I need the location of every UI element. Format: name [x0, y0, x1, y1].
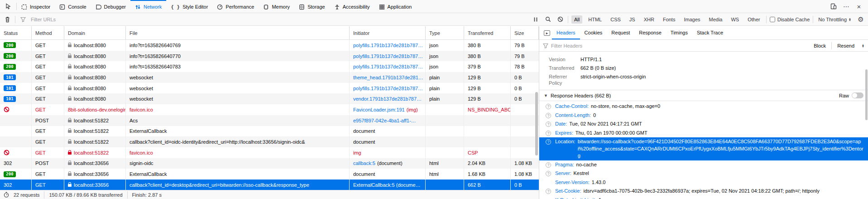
header-row[interactable]: ? Content-Length: 0: [539, 111, 868, 120]
help-icon[interactable]: ?: [546, 139, 551, 145]
network-settings-gear-icon[interactable]: ⚙: [856, 15, 865, 24]
table-row[interactable]: GET localhost:51822 callback?client_id=o…: [0, 136, 539, 147]
tab-style-editor[interactable]: { } Style Editor: [166, 0, 212, 13]
tab-debugger[interactable]: Debugger: [91, 0, 130, 13]
header-row[interactable]: Server-Version: 1.43.0: [539, 178, 868, 187]
header-row[interactable]: ? Expires: Thu, 01 Jan 1970 00:00:00 GMT: [539, 129, 868, 138]
table-row[interactable]: 302 POST localhost:33656 signin-oidc cal…: [0, 158, 539, 169]
filter-type-html[interactable]: HTML: [585, 15, 604, 24]
tab-performance[interactable]: Performance: [212, 0, 259, 13]
table-row[interactable]: 200 GET localhost:8080 info?t=1635826640…: [0, 61, 539, 72]
raw-toggle[interactable]: [852, 92, 863, 98]
help-icon[interactable]: ?: [546, 104, 551, 109]
disable-cache-input[interactable]: [770, 17, 775, 22]
method-cell: GET: [32, 104, 64, 115]
help-icon[interactable]: ?: [546, 113, 551, 118]
throttling-dropdown[interactable]: No Throttling ▲▼: [816, 17, 853, 22]
tab-memory[interactable]: Memory: [259, 0, 294, 13]
filter-headers-input[interactable]: [551, 43, 808, 49]
pause-icon[interactable]: [531, 15, 540, 24]
column-header-method[interactable]: Method: [32, 26, 64, 39]
column-header-type[interactable]: Type: [426, 26, 464, 39]
table-row-selected[interactable]: 302 GET localhost:33656 callback?client_…: [0, 180, 539, 190]
details-tab-stack-trace[interactable]: Stack Trace: [692, 26, 728, 39]
table-row[interactable]: 200 GET localhost:8080 info?t=1635826640…: [0, 40, 539, 51]
filter-type-images[interactable]: Images: [681, 15, 703, 24]
block-icon[interactable]: [556, 15, 565, 24]
header-row[interactable]: ? Cache-Control: no-store, no-cache, max…: [539, 102, 868, 111]
table-scrollbar[interactable]: [535, 92, 538, 155]
details-tab-response[interactable]: Response: [634, 26, 666, 39]
initiator-link[interactable]: vendor.1791b137de281b787…: [353, 96, 422, 102]
filter-type-ws[interactable]: WS: [728, 15, 742, 24]
details-scrollbar[interactable]: [865, 69, 868, 120]
column-header-file[interactable]: File: [126, 26, 350, 39]
table-row[interactable]: 101 GET localhost:8080 websocket vendor.…: [0, 93, 539, 104]
block-button[interactable]: Block: [811, 43, 829, 49]
search-icon[interactable]: [543, 15, 552, 24]
tab-console[interactable]: Console: [55, 0, 91, 13]
filter-type-media[interactable]: Media: [706, 15, 725, 24]
initiator-link[interactable]: polyfills.1791b137de281b787…: [353, 64, 423, 69]
resend-button[interactable]: Resend: [834, 43, 857, 49]
tab-application[interactable]: Application: [374, 0, 417, 13]
initiator-link[interactable]: polyfills.1791b137de281b787…: [353, 53, 423, 59]
initiator-link[interactable]: callback:5: [353, 160, 375, 166]
details-tab-timings[interactable]: Timings: [666, 26, 692, 39]
initiator-link[interactable]: polyfills.1791b137de281b787…: [353, 43, 423, 48]
tab-accessibility[interactable]: Accessibility: [330, 0, 374, 13]
request-count[interactable]: 22 requests: [14, 192, 39, 198]
close-icon[interactable]: ×: [854, 1, 864, 12]
split-panel-toggle-icon[interactable]: ▸: [542, 26, 552, 39]
filter-urls-input[interactable]: [31, 17, 528, 22]
table-row[interactable]: 101 GET localhost:8080 websocket polyfil…: [0, 83, 539, 94]
column-header-size[interactable]: Size: [511, 26, 539, 39]
method-cell: POST: [32, 115, 64, 126]
header-row[interactable]: ? Set-Cookie: idsrv=adf6cba1-7075-402b-9…: [539, 187, 868, 196]
filter-type-fonts[interactable]: Fonts: [660, 15, 678, 24]
details-tab-headers[interactable]: Headers: [552, 26, 580, 39]
filter-type-all[interactable]: All: [571, 15, 582, 24]
tab-network[interactable]: Network: [130, 0, 166, 13]
meatball-menu-icon[interactable]: ⋯: [841, 1, 852, 12]
initiator-link[interactable]: e957f897-042e-4ba1-aff1-…: [353, 118, 416, 123]
blocked-icon: [4, 107, 10, 112]
header-row[interactable]: ? Date: Tue, 02 Nov 2021 04:17:21 GMT: [539, 120, 868, 129]
filter-type-js[interactable]: JS: [627, 15, 638, 24]
filter-type-other[interactable]: Other: [745, 15, 763, 24]
help-icon[interactable]: ?: [546, 189, 551, 194]
header-row-selected[interactable]: ? Location: bitwarden://sso-callback?cod…: [539, 137, 868, 160]
column-header-domain[interactable]: Domain: [64, 26, 126, 39]
help-icon[interactable]: ?: [546, 121, 551, 127]
initiator-link[interactable]: FaviconLoader.jsm:191: [353, 107, 405, 112]
filter-type-css[interactable]: CSS: [608, 15, 623, 24]
header-row[interactable]: ? Server: Kestrel: [539, 169, 868, 178]
table-row[interactable]: GET localhost:51822 favicon.ico img CSP: [0, 147, 539, 158]
header-row[interactable]: X-Rate-Limit-Limit: 1m: [539, 196, 868, 199]
table-row[interactable]: 101 GET localhost:8080 websocket theme_h…: [0, 72, 539, 83]
initiator-link[interactable]: polyfills.1791b137de281b787…: [353, 86, 423, 91]
table-row[interactable]: 200 GET localhost:33656 ExternalCallback…: [0, 169, 539, 180]
table-row[interactable]: 200 GET localhost:8080 info?t=1635826640…: [0, 51, 539, 62]
table-row[interactable]: POST localhost:51822 Acs e957f897-042e-4…: [0, 115, 539, 126]
disable-cache-checkbox[interactable]: Disable Cache: [770, 17, 810, 22]
filter-type-xhr[interactable]: XHR: [641, 15, 657, 24]
column-header-status[interactable]: Status: [0, 26, 32, 39]
initiator-link[interactable]: theme_head.1791b137de281…: [353, 75, 423, 80]
tab-storage[interactable]: Storage: [294, 0, 330, 13]
help-icon[interactable]: ?: [546, 131, 551, 136]
column-header-initiator[interactable]: Initiator: [350, 26, 426, 39]
response-headers-section-header[interactable]: ▼ Response Headers (662 B) Raw: [539, 90, 868, 101]
node-picker-icon[interactable]: [3, 1, 14, 12]
details-tab-cookies[interactable]: Cookies: [580, 26, 607, 39]
column-header-transferred[interactable]: Transferred: [464, 26, 511, 39]
clear-requests-icon[interactable]: [3, 15, 12, 24]
header-row[interactable]: ? Pragma: no-cache: [539, 160, 868, 170]
responsive-design-icon[interactable]: [828, 1, 839, 12]
table-row[interactable]: GET 8bit-solutions-dev.onelogin.… favico…: [0, 104, 539, 115]
help-icon[interactable]: ?: [546, 171, 551, 176]
details-tab-request[interactable]: Request: [607, 26, 634, 39]
tab-inspector[interactable]: Inspector: [17, 0, 55, 13]
table-row[interactable]: GET localhost:51822 ExternalCallback doc…: [0, 126, 539, 137]
help-icon[interactable]: ?: [546, 162, 551, 168]
